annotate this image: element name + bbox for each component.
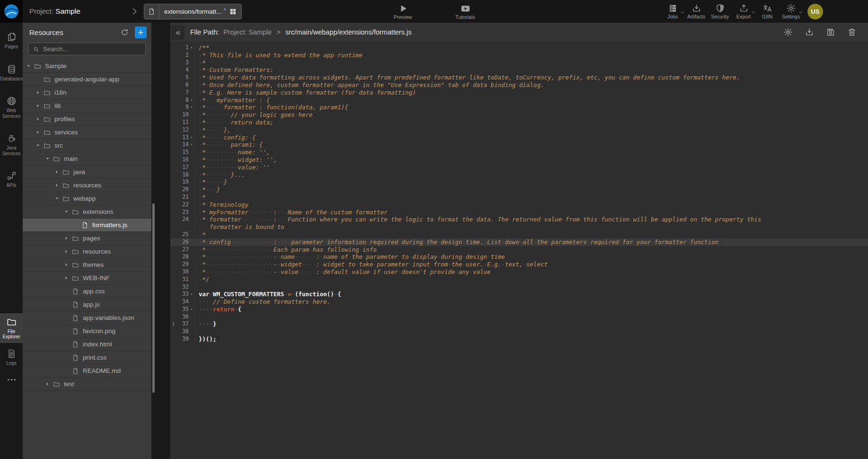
tree-folder-main[interactable]: main <box>23 152 151 166</box>
search-input[interactable] <box>42 45 141 53</box>
fold-toggle-icon[interactable]: ▾ <box>189 134 194 141</box>
rail-item-more[interactable] <box>0 371 23 390</box>
caret-right-icon[interactable] <box>64 263 71 267</box>
gutter: 33▾ <box>170 291 195 298</box>
caret-down-icon[interactable] <box>45 157 53 161</box>
gutter: 2 <box>170 52 195 59</box>
fold-toggle-icon[interactable]: ▾ <box>189 306 194 313</box>
tree-folder-webapp[interactable]: webapp <box>23 192 151 205</box>
rail-item-apis[interactable]: APIs <box>0 167 23 192</box>
code-text: ·*·····config:·{¬ <box>195 134 259 141</box>
caret-right-icon[interactable] <box>55 183 62 188</box>
tree-file-app-variables-json[interactable]: app.variables.json <box>23 311 151 325</box>
tree-folder-resources[interactable]: resources <box>23 179 151 192</box>
i18n-button[interactable]: I18N <box>755 0 779 23</box>
wavemaker-logo[interactable] <box>0 0 23 23</box>
editor-pane: File Path: Project: Sample > src/main/we… <box>170 23 868 459</box>
tree-folder-resources[interactable]: resources <box>23 245 151 258</box>
jobs-button[interactable]: Jobs <box>661 0 684 23</box>
user-avatar[interactable]: US <box>807 4 823 19</box>
artifacts-button[interactable]: Artifacts <box>684 0 708 23</box>
caret-right-icon[interactable] <box>55 170 62 175</box>
tree-folder-java[interactable]: java <box>23 166 151 179</box>
file-settings-button[interactable] <box>783 27 793 37</box>
grid-icon[interactable] <box>226 8 241 16</box>
tree-folder-profiles[interactable]: profiles <box>23 113 151 126</box>
code-text: ·*·Used·for·data·formatting·across·widge… <box>195 74 744 81</box>
download-file-button[interactable] <box>805 27 814 37</box>
tree-folder-themes[interactable]: themes <box>23 258 151 272</box>
caret-right-icon[interactable] <box>64 276 71 281</box>
scrollbar-thumb[interactable] <box>152 203 155 393</box>
caret-spacer <box>64 355 71 360</box>
caret-down-icon[interactable] <box>64 210 71 214</box>
tree-file-readme-md[interactable]: README.md <box>23 364 151 378</box>
caret-right-icon[interactable] <box>36 104 43 108</box>
tree-file-print-css[interactable]: print.css <box>23 351 151 364</box>
security-button[interactable]: Security <box>708 0 732 23</box>
tree-file-app-css[interactable]: app.css <box>23 285 151 298</box>
line-number: 14 <box>182 141 189 149</box>
rail-item-databases[interactable]: Databases <box>0 61 23 85</box>
caret-right-icon[interactable] <box>36 130 43 135</box>
tree-file-formatters-js[interactable]: formatters.js <box>23 219 151 232</box>
caret-down-icon[interactable] <box>36 143 43 148</box>
rail-item-java-services[interactable]: Java Services <box>0 130 23 159</box>
tree-folder-lib[interactable]: lib <box>23 99 151 113</box>
java-services-icon <box>6 133 17 144</box>
line-number: 17 <box>182 164 189 171</box>
tree-folder-i18n[interactable]: i18n <box>23 86 151 99</box>
breadcrumb-chevron-icon <box>130 6 139 17</box>
open-file-tab[interactable]: extensions/formatt... * <box>144 4 242 19</box>
preview-button[interactable]: Preview <box>372 0 434 23</box>
caret-right-icon[interactable] <box>45 382 53 387</box>
tree-folder-pages[interactable]: pages <box>23 232 151 245</box>
settings-button[interactable]: Settings <box>779 0 803 23</box>
add-resource-button[interactable] <box>135 26 147 38</box>
caret-spacer <box>36 77 43 82</box>
caret-right-icon[interactable] <box>36 117 43 122</box>
line-number: 20 <box>182 186 189 194</box>
rail-item-web-services[interactable]: Web Services <box>0 92 23 122</box>
caret-spacer <box>64 329 71 334</box>
file-icon <box>71 288 79 295</box>
fold-toggle-icon[interactable]: ▾ <box>189 291 194 298</box>
tree-folder-src[interactable]: src <box>23 139 151 152</box>
tree-folder-services[interactable]: services <box>23 126 151 139</box>
caret-right-icon[interactable] <box>36 90 43 95</box>
tree-folder-extensions[interactable]: extensions <box>23 205 151 219</box>
tree-file-favicon-png[interactable]: favicon.png <box>23 325 151 338</box>
fold-toggle-icon[interactable]: ▾ <box>189 141 194 149</box>
collapse-panel-button[interactable] <box>171 26 184 40</box>
topbar-action-label: Export <box>736 14 751 19</box>
tree-folder-test[interactable]: test <box>23 378 151 391</box>
export-button[interactable]: Export <box>732 0 755 23</box>
delete-file-button[interactable] <box>847 27 857 37</box>
rail-item-label: Java Services <box>0 145 23 156</box>
save-file-button[interactable] <box>826 27 835 37</box>
file-tree: Samplegenerated-angular-appi18nlibprofil… <box>23 60 151 459</box>
caret-right-icon[interactable] <box>64 249 71 254</box>
fold-toggle-icon[interactable]: ▾ <box>189 97 194 104</box>
refresh-icon[interactable] <box>120 28 129 37</box>
tree-folder-sample[interactable]: Sample <box>23 60 151 73</box>
tutorials-button[interactable]: Tutorials <box>434 0 497 23</box>
fold-toggle-icon[interactable]: ▾ <box>189 44 194 52</box>
panel-title: Resources <box>29 28 120 36</box>
tree-folder-web-inf[interactable]: WEB-INF <box>23 272 151 285</box>
code-editor[interactable]: 1▾/**¬2·*·This·file·is·used·to·extend·th… <box>170 42 868 459</box>
tree-folder-generated-angular-app[interactable]: generated-angular-app <box>23 73 151 86</box>
fold-toggle-icon[interactable]: ▾ <box>189 104 194 111</box>
rail-item-logs[interactable]: Logs <box>0 345 23 370</box>
tree-file-app-js[interactable]: app.js <box>23 298 151 311</box>
tree-file-index-html[interactable]: index.html <box>23 338 151 351</box>
code-line: 31·*/¬ <box>170 276 868 283</box>
caret-down-icon[interactable] <box>26 64 34 69</box>
rail-item-pages[interactable]: Pages <box>0 28 23 53</box>
gutter: 15 <box>170 149 195 156</box>
rail-item-file-explorer[interactable]: File Explorer <box>0 313 23 343</box>
caret-right-icon[interactable] <box>64 236 71 241</box>
caret-down-icon[interactable] <box>55 196 62 201</box>
rail-item-label: File Explorer <box>0 329 23 340</box>
gutter: 25 <box>170 231 195 238</box>
